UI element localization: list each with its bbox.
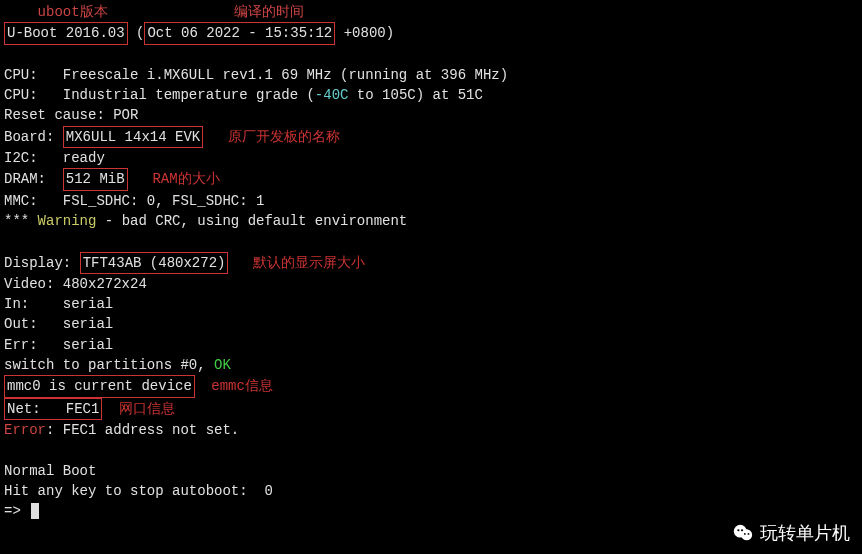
dram-line: DRAM: 512 MiB RAM的大小 <box>4 168 858 190</box>
cursor <box>31 503 39 519</box>
wechat-icon <box>732 522 754 544</box>
annot-compile-time: 编译的时间 <box>234 4 304 20</box>
cpu-line-2: CPU: Industrial temperature grade (-40C … <box>4 85 858 105</box>
svg-point-3 <box>741 529 743 531</box>
out-line: Out: serial <box>4 314 858 334</box>
annot-ram: RAM的大小 <box>152 171 219 187</box>
in-line: In: serial <box>4 294 858 314</box>
uboot-version-box: U-Boot 2016.03 <box>4 22 128 44</box>
display-box: TFT43AB (480x272) <box>80 252 229 274</box>
error-line: Error: FEC1 address not set. <box>4 420 858 440</box>
warning-word: Warning <box>38 213 97 229</box>
mmc0-line: mmc0 is current device emmc信息 <box>4 375 858 397</box>
temp-low: -40C <box>315 87 349 103</box>
warning-line: *** Warning - bad CRC, using default env… <box>4 211 858 231</box>
annot-display: 默认的显示屏大小 <box>253 255 365 271</box>
net-box: Net: FEC1 <box>4 398 102 420</box>
switch-line: switch to partitions #0, OK <box>4 355 858 375</box>
cpu-line-1: CPU: Freescale i.MX6ULL rev1.1 69 MHz (r… <box>4 65 858 85</box>
dram-box: 512 MiB <box>63 168 128 190</box>
board-box: MX6ULL 14x14 EVK <box>63 126 203 148</box>
ok-text: OK <box>214 357 231 373</box>
svg-point-4 <box>744 533 746 535</box>
reset-line: Reset cause: POR <box>4 105 858 125</box>
mmc0-box: mmc0 is current device <box>4 375 195 397</box>
error-label: Error <box>4 422 46 438</box>
uboot-line: U-Boot 2016.03 (Oct 06 2022 - 15:35:12 +… <box>4 22 858 44</box>
display-line: Display: TFT43AB (480x272) 默认的显示屏大小 <box>4 252 858 274</box>
err-line: Err: serial <box>4 335 858 355</box>
svg-point-2 <box>737 529 739 531</box>
svg-point-5 <box>748 533 750 535</box>
watermark: 玩转单片机 <box>732 520 850 546</box>
annot-uboot-version: uboot版本 <box>38 4 108 20</box>
mmc-line: MMC: FSL_SDHC: 0, FSL_SDHC: 1 <box>4 191 858 211</box>
video-line: Video: 480x272x24 <box>4 274 858 294</box>
annot-board: 原厂开发板的名称 <box>228 129 340 145</box>
board-line: Board: MX6ULL 14x14 EVK 原厂开发板的名称 <box>4 126 858 148</box>
watermark-text: 玩转单片机 <box>760 520 850 546</box>
prompt-line[interactable]: => <box>4 501 858 521</box>
normal-boot-line: Normal Boot <box>4 461 858 481</box>
annot-emmc: emmc信息 <box>211 378 273 394</box>
autoboot-line: Hit any key to stop autoboot: 0 <box>4 481 858 501</box>
net-line: Net: FEC1 网口信息 <box>4 398 858 420</box>
i2c-line: I2C: ready <box>4 148 858 168</box>
uboot-date-box: Oct 06 2022 - 15:35:12 <box>144 22 335 44</box>
annot-net: 网口信息 <box>119 401 175 417</box>
